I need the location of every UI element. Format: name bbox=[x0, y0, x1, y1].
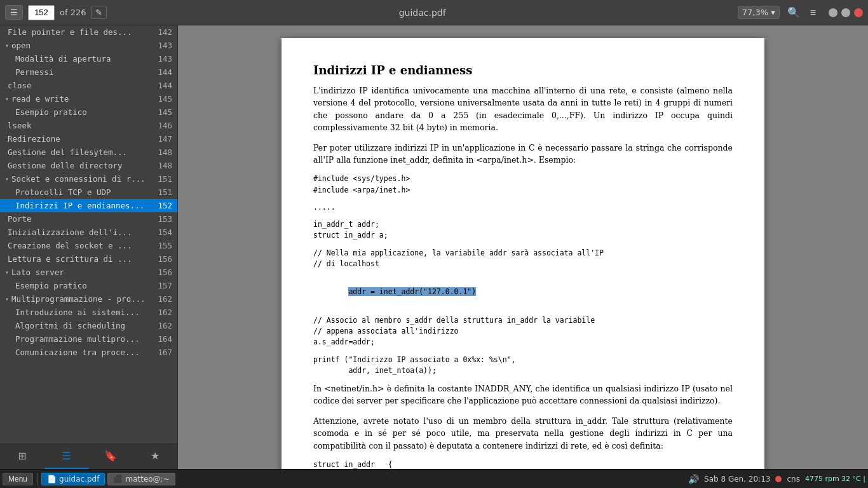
toc-item-page: 153 bbox=[154, 214, 172, 224]
sidebar-tab-thumbnails[interactable]: ⊞ bbox=[0, 444, 44, 469]
toc-item[interactable]: Esempio pratico157 bbox=[0, 279, 177, 292]
pdf-code-8: struct in_addr { u_long s_addr; } bbox=[313, 459, 733, 469]
sidebar-tabs: ⊞ ☰ 🔖 ★ bbox=[0, 444, 177, 469]
toc-item[interactable]: Esempio pratico145 bbox=[0, 105, 177, 119]
taskbar-separator-1 bbox=[37, 473, 37, 485]
edit-button[interactable]: ✎ bbox=[91, 6, 107, 19]
zoom-control[interactable]: 77,3% ▾ bbox=[738, 6, 780, 19]
minimize-button[interactable] bbox=[829, 8, 837, 17]
toc-item-label: Socket e connessioni di r... bbox=[11, 174, 149, 184]
toc-item[interactable]: Algoritmi di scheduling162 bbox=[0, 319, 177, 332]
toc-item[interactable]: Inizializzazione dell'i...154 bbox=[0, 226, 177, 239]
toc-item[interactable]: Permessi144 bbox=[0, 65, 177, 79]
toc-item[interactable]: Indirizzi IP e endiannes...152 bbox=[0, 199, 177, 212]
toc-item-page: 151 bbox=[154, 174, 172, 184]
toc-item[interactable]: Introduzione ai sistemi...162 bbox=[0, 306, 177, 319]
toc-item[interactable]: Protocolli TCP e UDP151 bbox=[0, 186, 177, 199]
toc-item-page: 154 bbox=[154, 227, 172, 237]
zoom-arrow-icon: ▾ bbox=[771, 8, 775, 17]
toc-item-page: 148 bbox=[154, 161, 172, 170]
toolbar: ☰ of 226 ✎ guidac.pdf 77,3% ▾ 🔍 ≡ bbox=[0, 0, 868, 25]
toc-item[interactable]: ▾Multiprogrammazione - pro...162 bbox=[0, 292, 177, 306]
toc-item-page: 155 bbox=[154, 241, 172, 250]
toc-item-page: 157 bbox=[154, 281, 172, 290]
toc-item-page: 145 bbox=[154, 94, 172, 104]
taskbar-app-terminal[interactable]: ⬛ matteo@:~ bbox=[107, 473, 175, 485]
page-of-label: of 226 bbox=[60, 8, 86, 17]
toc-item-page: 143 bbox=[154, 41, 172, 50]
toc-item[interactable]: Gestione delle directory148 bbox=[0, 159, 177, 172]
pdf-code-highlight: addr = inet_addr("127.0.0.1") bbox=[348, 287, 476, 296]
toc-item-label: Programmazione multipro... bbox=[15, 334, 149, 344]
toc-item[interactable]: Lettura e scrittura di ...156 bbox=[0, 252, 177, 266]
sidebar-tab-toc[interactable]: ☰ bbox=[44, 444, 89, 469]
volume-icon[interactable]: 🔊 bbox=[688, 474, 699, 484]
maximize-button[interactable] bbox=[841, 8, 850, 17]
taskbar-app-pdf[interactable]: 📄 guidac.pdf bbox=[41, 473, 105, 485]
thumbnails-icon: ⊞ bbox=[18, 450, 26, 462]
toc-item-page: 162 bbox=[154, 321, 172, 330]
toc-item[interactable]: close144 bbox=[0, 79, 177, 92]
toolbar-center: guidac.pdf bbox=[107, 8, 737, 18]
cns-label: cns bbox=[787, 475, 799, 484]
toc-item-page: 148 bbox=[154, 147, 172, 157]
toc-item-page: 146 bbox=[154, 121, 172, 130]
taskbar-app-terminal-label: matteo@:~ bbox=[125, 475, 169, 484]
toc-item[interactable]: Programmazione multipro...164 bbox=[0, 332, 177, 346]
sidebar: File pointer e file des...142▾open143Mod… bbox=[0, 25, 178, 469]
document-title: guidac.pdf bbox=[399, 8, 446, 18]
menu-button[interactable]: ≡ bbox=[808, 4, 818, 21]
toc-item-label: Comunicazione tra proce... bbox=[15, 348, 149, 357]
toc-item-label: Lettura e scrittura di ... bbox=[8, 254, 149, 264]
sidebar-toggle-button[interactable]: ☰ bbox=[5, 5, 23, 20]
toc-list[interactable]: File pointer e file des...142▾open143Mod… bbox=[0, 25, 177, 444]
toc-item-label: Porte bbox=[8, 214, 149, 224]
taskbar-menu-button[interactable]: Menu bbox=[3, 473, 33, 485]
search-icon: 🔍 bbox=[787, 6, 800, 18]
toc-item[interactable]: ▾Socket e connessioni di r...151 bbox=[0, 172, 177, 186]
toc-item[interactable]: Gestione del filesytem...148 bbox=[0, 146, 177, 159]
toc-item[interactable]: ▾read e write145 bbox=[0, 92, 177, 105]
page-number-input[interactable] bbox=[28, 5, 55, 20]
toc-item-label: Inizializzazione dell'i... bbox=[8, 227, 149, 237]
bookmarks-icon: 🔖 bbox=[104, 450, 117, 462]
toc-item-page: 144 bbox=[154, 67, 172, 77]
toc-item[interactable]: Redirezione147 bbox=[0, 132, 177, 146]
toc-item[interactable]: ▾open143 bbox=[0, 39, 177, 52]
toc-item[interactable]: lseek146 bbox=[0, 119, 177, 132]
toc-item-label: close bbox=[8, 81, 149, 90]
pdf-code-6: // Associo al membro s_addr della strutt… bbox=[313, 315, 733, 348]
toc-item[interactable]: Modalità di apertura143 bbox=[0, 52, 177, 65]
toc-item-page: 152 bbox=[154, 201, 172, 210]
pdf-para-2: Per poter utilizzare indirizzi IP in un'… bbox=[313, 142, 733, 166]
window-controls bbox=[829, 8, 863, 17]
toc-item-label: read e write bbox=[11, 94, 149, 104]
taskbar-app-terminal-icon: ⬛ bbox=[113, 475, 123, 484]
sidebar-tab-annotations[interactable]: ★ bbox=[133, 444, 177, 469]
status-indicator bbox=[775, 476, 782, 482]
expand-icon: ▾ bbox=[5, 95, 9, 102]
taskbar-app-pdf-icon: 📄 bbox=[47, 475, 57, 484]
toc-item-label: Modalità di apertura bbox=[15, 54, 149, 64]
pdf-para-1: L'indirizzo IP identifica univocamente u… bbox=[313, 85, 733, 134]
toc-item[interactable]: File pointer e file des...142 bbox=[0, 25, 177, 39]
toc-item[interactable]: Creazione del socket e ...155 bbox=[0, 239, 177, 252]
sidebar-toggle-icon: ☰ bbox=[10, 8, 18, 17]
toc-item-label: Algoritmi di scheduling bbox=[15, 321, 149, 330]
toc-item-label: Permessi bbox=[15, 67, 149, 77]
pdf-code-7: printf ("Indirizzo IP associato a 0x%x: … bbox=[313, 355, 733, 377]
pdf-para-4: Attenzione, avrete notato l'uso di un me… bbox=[313, 415, 733, 452]
pdf-area[interactable]: Indirizzi IP e endianness L'indirizzo IP… bbox=[178, 25, 868, 469]
toc-item-page: 142 bbox=[154, 27, 172, 37]
toc-item-page: 145 bbox=[154, 107, 172, 117]
toc-item[interactable]: Porte153 bbox=[0, 212, 177, 226]
toc-item[interactable]: Comunicazione tra proce...167 bbox=[0, 346, 177, 359]
search-button[interactable]: 🔍 bbox=[785, 4, 803, 21]
toc-item-label: Indirizzi IP e endiannes... bbox=[15, 201, 149, 210]
toc-item[interactable]: ▾Lato server156 bbox=[0, 266, 177, 279]
close-button[interactable] bbox=[854, 8, 863, 17]
rpm-label: 4775 rpm 32 °C | bbox=[805, 475, 865, 483]
toc-item-label: File pointer e file des... bbox=[8, 27, 149, 37]
sidebar-tab-bookmarks[interactable]: 🔖 bbox=[89, 444, 133, 469]
pdf-para-3: In <netinet/in.h> è definita la costante… bbox=[313, 383, 733, 407]
